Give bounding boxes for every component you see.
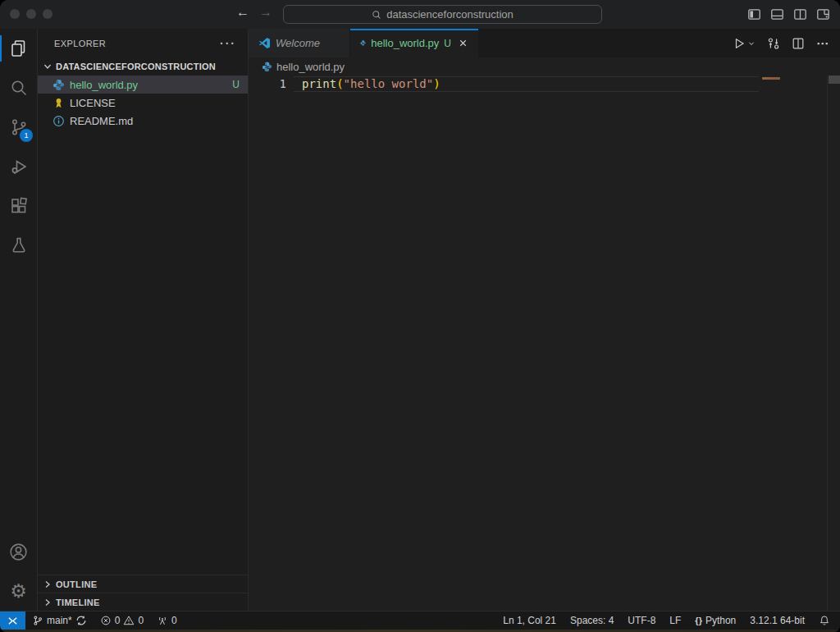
extensions-icon: [9, 196, 29, 216]
customize-layout-icon[interactable]: [816, 7, 830, 21]
toggle-secondary-sidebar-icon[interactable]: [793, 7, 807, 21]
code-line: print("hello world"): [302, 76, 441, 92]
testing-beaker-icon: [9, 236, 29, 255]
eol-item[interactable]: LF: [669, 615, 681, 626]
maximize-window-button[interactable]: [43, 9, 52, 19]
command-center-search[interactable]: datascienceforconstruction: [283, 5, 602, 24]
run-python-file-button[interactable]: [733, 37, 756, 50]
file-row-hello-world[interactable]: hello_world.py U: [38, 76, 248, 94]
tab-label: Welcome: [276, 37, 320, 49]
cursor-position-item[interactable]: Ln 1, Col 21: [503, 615, 556, 626]
search-icon: [372, 10, 381, 20]
tab-welcome[interactable]: Welcome: [249, 29, 350, 57]
activity-explorer[interactable]: [0, 29, 37, 68]
minimap[interactable]: [759, 76, 827, 611]
vertical-scrollbar[interactable]: [827, 76, 840, 611]
close-window-button[interactable]: [10, 9, 20, 19]
encoding-item[interactable]: UTF-8: [628, 615, 655, 626]
settings-gear-icon: ⚙: [10, 582, 27, 601]
tab-bar: Welcome hello_world.py U: [249, 29, 840, 57]
search-icon: [9, 78, 29, 98]
vscode-logo-icon: [258, 37, 271, 49]
forward-icon[interactable]: →: [259, 5, 272, 20]
branch-icon: [32, 615, 43, 626]
back-icon[interactable]: ←: [236, 5, 249, 20]
scrollbar-thumb[interactable]: [829, 76, 840, 84]
folder-header[interactable]: DATASCIENCEFORCONSTRUCTION: [38, 57, 248, 76]
split-editor-icon[interactable]: [792, 37, 805, 50]
encoding: UTF-8: [628, 615, 655, 626]
run-icon: [733, 37, 746, 50]
open-changes-icon[interactable]: [767, 37, 780, 50]
activity-settings[interactable]: ⚙: [0, 571, 37, 611]
outline-section-header[interactable]: OUTLINE: [38, 575, 248, 593]
problems-item[interactable]: 0 0: [100, 615, 144, 626]
eol: LF: [669, 615, 681, 626]
remote-indicator[interactable]: [0, 611, 25, 630]
git-untracked-badge: U: [232, 79, 240, 90]
bell-icon: [819, 615, 830, 626]
tab-modified-badge: U: [444, 38, 451, 49]
ports-item[interactable]: 0: [157, 615, 177, 626]
explorer-more-actions-icon[interactable]: ···: [220, 37, 236, 50]
warning-count: 0: [138, 615, 144, 626]
ports-count: 0: [171, 615, 177, 626]
command-center-text: datascienceforconstruction: [386, 8, 514, 21]
radio-tower-icon: [157, 615, 168, 626]
activity-testing[interactable]: [0, 226, 37, 265]
token-function: print: [302, 77, 336, 90]
outline-label: OUTLINE: [56, 579, 97, 589]
source-control-badge: 1: [20, 129, 33, 142]
remote-icon: [7, 615, 19, 627]
activity-search[interactable]: [0, 68, 37, 108]
interpreter-version: 3.12.1 64-bit: [750, 615, 805, 626]
activity-source-control[interactable]: 1: [0, 108, 37, 147]
sidebar-title: EXPLORER: [54, 39, 106, 48]
timeline-section-header[interactable]: TIMELINE: [38, 593, 248, 611]
file-row-readme[interactable]: README.md: [38, 112, 248, 130]
activity-run-debug[interactable]: [0, 147, 37, 186]
vscode-window: ← → datascienceforconstruction 1: [0, 0, 840, 632]
file-name: README.md: [70, 115, 133, 127]
sidebar-spacer: [38, 130, 248, 575]
file-name: LICENSE: [70, 97, 116, 109]
status-bar: main* 0 0 0 Ln 1, Col 21 Spaces: 4 UTF-8…: [0, 611, 840, 630]
sidebar-header: EXPLORER ···: [38, 29, 248, 57]
activity-extensions[interactable]: [0, 186, 37, 226]
timeline-label: TIMELINE: [56, 598, 100, 607]
close-tab-icon[interactable]: [458, 38, 468, 48]
token-string: "hello world": [344, 77, 434, 90]
toggle-panel-icon[interactable]: [770, 7, 784, 21]
window-controls: [10, 9, 52, 19]
git-branch-item[interactable]: main*: [32, 615, 87, 626]
files-icon: [9, 39, 29, 58]
python-file-icon: [52, 79, 65, 91]
run-debug-icon: [9, 157, 29, 176]
explorer-sidebar: EXPLORER ··· DATASCIENCEFORCONSTRUCTION …: [38, 29, 249, 611]
chevron-right-icon: [41, 596, 54, 609]
sync-icon: [75, 615, 87, 626]
titlebar: ← → datascienceforconstruction: [0, 0, 840, 29]
more-actions-icon[interactable]: ⋯: [816, 36, 830, 51]
token-paren-open: (: [336, 77, 343, 90]
notifications-item[interactable]: [819, 615, 830, 626]
editor-group: Welcome hello_world.py U: [249, 29, 840, 611]
activity-accounts[interactable]: [0, 532, 37, 571]
indentation-item[interactable]: Spaces: 4: [570, 615, 614, 626]
python-interpreter-item[interactable]: 3.12.1 64-bit: [750, 615, 805, 626]
branch-name: main*: [47, 615, 72, 626]
tab-hello-world[interactable]: hello_world.py U: [350, 29, 478, 57]
layout-controls: [747, 7, 830, 21]
toggle-sidebar-icon[interactable]: [747, 7, 761, 21]
info-file-icon: [52, 115, 65, 127]
file-row-license[interactable]: LICENSE: [38, 94, 248, 112]
minimize-window-button[interactable]: [26, 9, 36, 19]
indentation: Spaces: 4: [570, 615, 614, 626]
chevron-right-icon: [41, 578, 54, 591]
breadcrumb[interactable]: hello_world.py: [249, 57, 840, 76]
activity-bar: 1 ⚙: [0, 29, 38, 611]
code-editor[interactable]: 1 print("hello world"): [249, 76, 840, 611]
minimap-code-mark: [762, 77, 780, 80]
folder-name: DATASCIENCEFORCONSTRUCTION: [56, 62, 216, 71]
language-mode-item[interactable]: {} Python: [695, 615, 736, 626]
